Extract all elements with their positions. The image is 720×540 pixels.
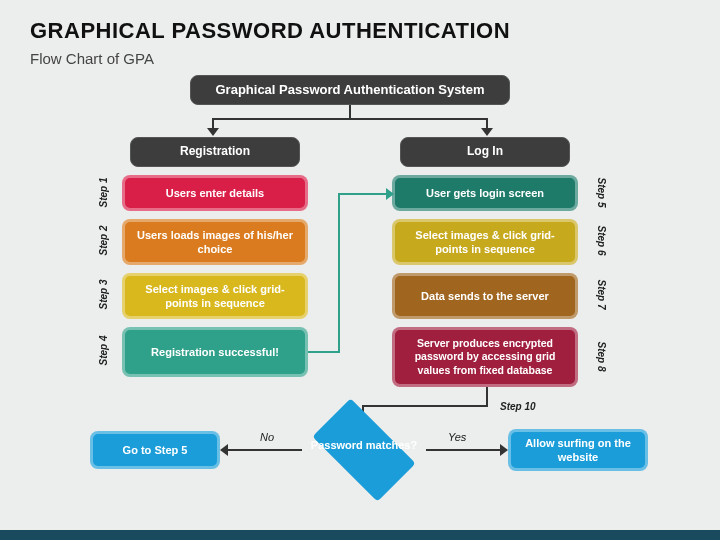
step-6-box: Select images & click grid-points in seq…: [392, 219, 578, 265]
step-7-box: Data sends to the server: [392, 273, 578, 319]
step-1-label: Step 1: [98, 177, 109, 207]
step-5-box: User gets login screen: [392, 175, 578, 211]
flowchart: Graphical Password Authentication System…: [30, 71, 690, 531]
system-header-box: Graphical Password Authentication System: [190, 75, 510, 105]
login-header: Log In: [400, 137, 570, 167]
page-title: GRAPHICAL PASSWORD AUTHENTICATION: [30, 18, 690, 44]
no-result-text: Go to Step 5: [123, 443, 188, 457]
page-subtitle: Flow Chart of GPA: [30, 50, 690, 67]
step-10-label: Step 10: [500, 401, 536, 412]
footer-bar: [0, 530, 720, 540]
registration-header: Registration: [130, 137, 300, 167]
step-5-label: Step 5: [596, 177, 607, 207]
step-4-box: Registration successful!: [122, 327, 308, 377]
step-8-box: Server produces encrypted password by ac…: [392, 327, 578, 387]
step-8-label: Step 8: [596, 341, 607, 371]
step-4-label: Step 4: [98, 335, 109, 365]
step-6-label: Step 6: [596, 225, 607, 255]
step-2-box: Users loads images of his/her choice: [122, 219, 308, 265]
no-result-box: Go to Step 5: [90, 431, 220, 469]
no-label: No: [260, 431, 274, 443]
yes-result-box: Allow surfing on the website: [508, 429, 648, 471]
decision-text: Password matches?: [304, 439, 424, 452]
step-2-label: Step 2: [98, 225, 109, 255]
step-3-label: Step 3: [98, 279, 109, 309]
yes-label: Yes: [448, 431, 466, 443]
step-3-box: Select images & click grid-points in seq…: [122, 273, 308, 319]
step-1-box: Users enter details: [122, 175, 308, 211]
step-7-label: Step 7: [596, 279, 607, 309]
